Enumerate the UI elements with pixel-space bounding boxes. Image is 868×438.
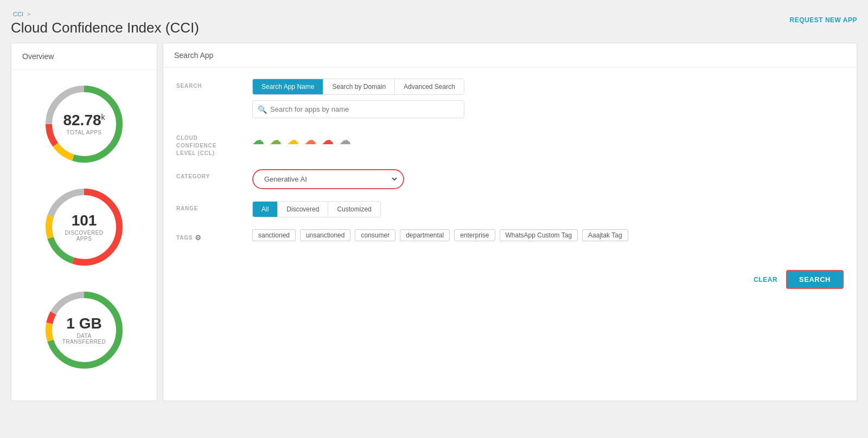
search-field-row: SEARCH Search App Name Search by Domain … xyxy=(176,79,844,118)
ccl-cloud-low[interactable]: ☁ xyxy=(304,133,316,147)
search-controls: Search App Name Search by Domain Advance… xyxy=(252,79,464,118)
tag-departmental[interactable]: departmental xyxy=(400,229,450,241)
ccl-label: CLOUDCONFIDENCELEVEL (CCL) xyxy=(176,130,241,157)
ccl-cloud-medium[interactable]: ☁ xyxy=(287,133,299,147)
tag-whatsapp-custom[interactable]: WhatsApp Custom Tag xyxy=(500,229,578,241)
page-title: Cloud Confidence Index (CCI) xyxy=(0,17,868,43)
search-app-header: Search App xyxy=(163,43,857,68)
main-content-panel: Search App SEARCH Search App Name Search… xyxy=(163,43,857,401)
tab-search-by-domain[interactable]: Search by Domain xyxy=(323,79,395,94)
tag-enterprise[interactable]: enterprise xyxy=(454,229,495,241)
tag-aaajtak[interactable]: Aaajtak Tag xyxy=(582,229,628,241)
ccl-cloud-unknown[interactable]: ☁ xyxy=(339,133,351,147)
search-tab-group: Search App Name Search by Domain Advance… xyxy=(252,79,464,95)
tags-gear-icon[interactable]: ⚙ xyxy=(195,234,202,242)
total-apps-label: TOTAL APPS xyxy=(63,130,105,136)
ccl-cloud-excellent[interactable]: ☁ xyxy=(252,133,264,147)
tab-advanced-search[interactable]: Advanced Search xyxy=(395,79,464,94)
search-input-wrap: 🔍 xyxy=(252,100,464,118)
category-label: CATEGORY xyxy=(176,169,241,179)
tag-unsanctioned[interactable]: unsanctioned xyxy=(300,229,350,241)
tags-field-row: TAGS ⚙ sanctioned unsanctioned consumer … xyxy=(176,229,844,242)
category-select-wrap: All Generative AI Collaboration Storage … xyxy=(252,169,404,189)
range-btn-customized[interactable]: Customized xyxy=(328,202,380,217)
discovered-apps-label: DISCOVERED APPS xyxy=(62,230,106,242)
sidebar: Overview xyxy=(11,43,157,401)
tag-sanctioned[interactable]: sanctioned xyxy=(252,229,296,241)
data-transferred-value: 1 GB xyxy=(62,316,106,331)
discovered-apps-value: 101 xyxy=(62,213,106,228)
search-button[interactable]: SEARCH xyxy=(786,270,844,289)
data-transferred-metric: 1 GB DATA TRANSFERRED xyxy=(11,287,157,373)
tags-label-text: TAGS xyxy=(176,235,193,241)
tab-search-app-name[interactable]: Search App Name xyxy=(253,79,323,94)
tag-consumer[interactable]: consumer xyxy=(355,229,395,241)
total-apps-metric: 82.78k TOTAL APPS xyxy=(11,81,157,168)
ccl-cloud-high[interactable]: ☁ xyxy=(270,133,282,147)
sidebar-title: Overview xyxy=(11,52,157,70)
search-label: SEARCH xyxy=(176,79,241,89)
breadcrumb: CCI > xyxy=(0,5,868,17)
action-row: CLEAR SEARCH xyxy=(163,265,857,298)
total-apps-value: 82.78k xyxy=(63,113,105,128)
search-icon: 🔍 xyxy=(258,105,267,114)
tags-label: TAGS ⚙ xyxy=(176,229,241,242)
breadcrumb-link[interactable]: CCI xyxy=(13,11,23,17)
range-button-group: All Discovered Customized xyxy=(252,201,381,217)
ccl-cloud-poor[interactable]: ☁ xyxy=(322,133,334,147)
data-transferred-label: DATA TRANSFERRED xyxy=(62,333,106,345)
tags-list: sanctioned unsanctioned consumer departm… xyxy=(252,229,628,241)
discovered-apps-metric: 101 DISCOVERED APPS xyxy=(11,184,157,270)
clear-button[interactable]: CLEAR xyxy=(754,276,777,284)
category-field-row: CATEGORY All Generative AI Collaboration… xyxy=(176,169,844,189)
breadcrumb-separator: > xyxy=(27,11,30,17)
ccl-clouds: ☁ ☁ ☁ ☁ ☁ ☁ xyxy=(252,133,351,147)
range-btn-all[interactable]: All xyxy=(253,202,278,217)
category-select[interactable]: All Generative AI Collaboration Storage … xyxy=(258,172,399,186)
search-input[interactable] xyxy=(252,100,464,118)
ccl-field-row: CLOUDCONFIDENCELEVEL (CCL) ☁ ☁ ☁ ☁ ☁ ☁ xyxy=(176,130,844,157)
range-field-row: RANGE All Discovered Customized xyxy=(176,201,844,217)
range-btn-discovered[interactable]: Discovered xyxy=(278,202,328,217)
request-new-app-button[interactable]: REQUEST NEW APP xyxy=(790,16,857,24)
range-label: RANGE xyxy=(176,201,241,211)
